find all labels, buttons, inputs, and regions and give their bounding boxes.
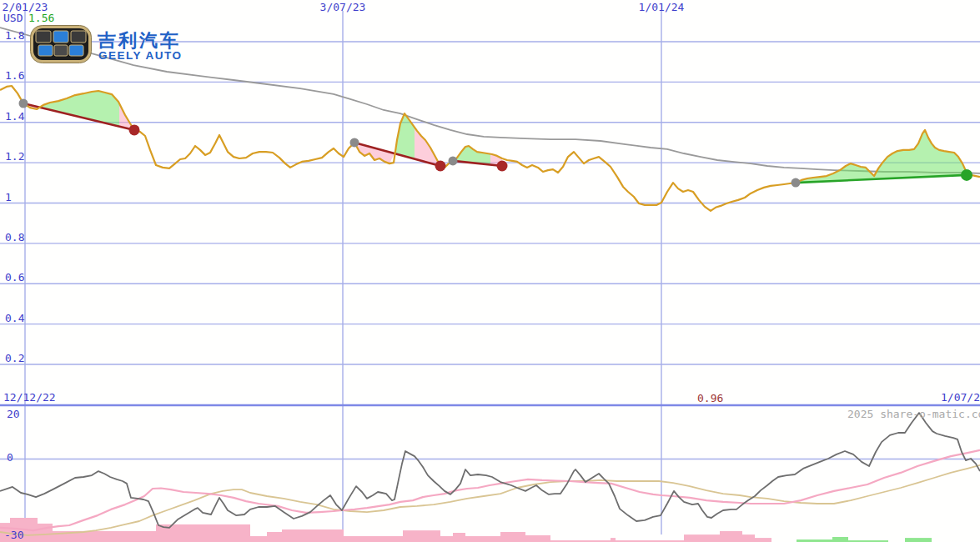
- oscillator-bar-green: [905, 538, 932, 542]
- oscillator-bar-green: [832, 537, 848, 542]
- stock-chart-page: 2/01/23 3/07/23 1/01/24 USD 1.56 吉利汽车 GE…: [0, 0, 980, 542]
- oscillator-bar-pink: [38, 524, 53, 542]
- oscillator-bar-pink: [344, 536, 403, 542]
- trend-dot-gray: [350, 138, 359, 147]
- trend-dot-gray: [449, 156, 458, 165]
- trend-dot-red: [497, 161, 508, 172]
- oscillator-gray-line: [0, 413, 980, 528]
- y-tick-label: 1.2: [5, 150, 24, 163]
- y-tick-label: 1.4: [5, 110, 24, 123]
- y-tick-label: 1.8: [5, 29, 24, 42]
- x-axis-date-label: 1/01/24: [639, 1, 685, 13]
- y-tick-label: 0.6: [5, 271, 24, 284]
- geely-badge-icon: [30, 25, 92, 63]
- chart-canvas[interactable]: [0, 0, 980, 542]
- oscillator-bar-pink: [500, 532, 525, 542]
- trend-band-green: [796, 130, 967, 183]
- oscillator-bar-pink: [440, 536, 453, 542]
- price-low-annotation: 0.96: [697, 392, 723, 404]
- y-tick-label: 1.6: [5, 69, 24, 82]
- oscillator-bar-pink: [267, 532, 282, 542]
- bottom-date-left: 12/12/22: [3, 391, 56, 404]
- oscillator-y-tick-label: 20: [7, 408, 20, 420]
- oscillator-bar-pink: [684, 534, 720, 542]
- oscillator-bar-pink: [453, 533, 465, 542]
- y-tick-label: 0.2: [5, 352, 24, 364]
- oscillator-bar-pink: [250, 536, 267, 542]
- oscillator-y-tick-label: 0: [7, 451, 13, 464]
- currency-label: USD: [3, 12, 23, 24]
- trend-dot-red: [129, 124, 140, 135]
- oscillator-bar-pink: [611, 538, 616, 542]
- logo-english-text: GEELY AUTO: [98, 49, 183, 62]
- oscillator-bar-pink: [755, 538, 771, 542]
- trend-band-green: [40, 91, 119, 127]
- trend-dot-red: [435, 161, 446, 172]
- oscillator-bar-pink: [282, 529, 344, 542]
- trend-dot-green: [961, 169, 972, 181]
- trend-dot-gray: [792, 178, 801, 188]
- price-line: [0, 86, 980, 211]
- oscillator-bar-pink: [525, 535, 550, 542]
- first-price-value: 1.56: [28, 12, 54, 24]
- geely-logo[interactable]: 吉利汽车 GEELY AUTO: [30, 23, 297, 65]
- oscillator-y-tick-label: -30: [4, 529, 23, 541]
- y-tick-label: 0.8: [5, 231, 24, 243]
- oscillator-bar-pink: [403, 530, 440, 542]
- oscillator-bar-pink: [742, 534, 755, 542]
- x-axis-date-label: 3/07/23: [320, 1, 366, 13]
- bottom-date-right: 1/07/24: [941, 391, 980, 404]
- trend-dot-gray: [19, 99, 28, 108]
- watermark: 2025 share-o-matic.com: [847, 408, 980, 420]
- oscillator-bar-pink: [465, 536, 500, 542]
- y-tick-label: 1: [5, 191, 12, 203]
- y-tick-label: 0.4: [5, 312, 24, 324]
- oscillator-bar-pink: [720, 531, 742, 542]
